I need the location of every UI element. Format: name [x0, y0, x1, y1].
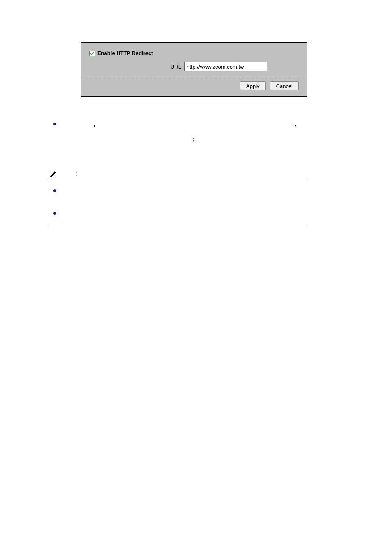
- bullet-icon: [53, 189, 56, 192]
- checkmark-icon: [90, 51, 94, 56]
- enable-http-redirect-label: Enable HTTP Redirect: [97, 50, 153, 56]
- http-redirect-panel: Enable HTTP Redirect URL Apply Cancel: [81, 42, 307, 97]
- url-label: URL: [171, 64, 181, 70]
- panel-button-row: Apply Cancel: [81, 76, 307, 96]
- punctuation-mark: ,: [295, 121, 297, 127]
- punctuation-mark: ;: [193, 136, 195, 142]
- punctuation-mark: :: [75, 170, 77, 177]
- cancel-button[interactable]: Cancel: [270, 81, 299, 90]
- punctuation-mark: ,: [93, 121, 95, 127]
- enable-http-redirect-checkbox[interactable]: [89, 51, 95, 56]
- bullet-item-1: [53, 123, 56, 125]
- apply-button[interactable]: Apply: [240, 81, 266, 90]
- url-row: URL: [171, 62, 299, 71]
- url-input[interactable]: [184, 62, 267, 71]
- enable-http-redirect-row: Enable HTTP Redirect: [89, 50, 299, 56]
- bullet-item-3: [53, 212, 56, 215]
- pen-icon: [49, 170, 57, 178]
- bullet-item-2: [53, 189, 56, 192]
- panel-top-section: Enable HTTP Redirect URL: [81, 43, 307, 76]
- bullet-icon: [53, 212, 56, 215]
- bullet-icon: [53, 123, 56, 125]
- horizontal-rule: [48, 180, 307, 180]
- horizontal-rule: [48, 227, 307, 227]
